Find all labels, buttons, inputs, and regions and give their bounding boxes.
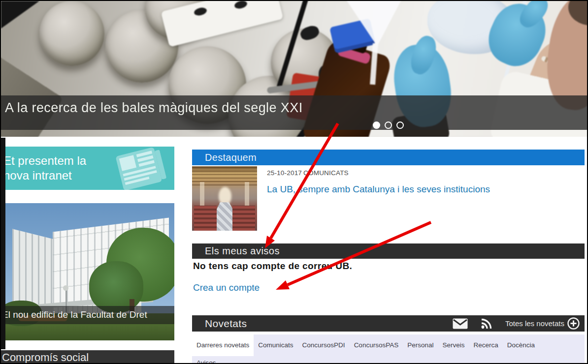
hero-caption: A la recerca de les bales màgiques del s… xyxy=(5,100,303,116)
lamp-top xyxy=(63,285,68,291)
hero-caption-band: A la recerca de les bales màgiques del s… xyxy=(1,95,587,130)
carousel-dot-3[interactable] xyxy=(396,121,404,129)
carousel-dots[interactable] xyxy=(373,121,404,129)
building-caption: El nou edifici de la Facultat de Dret xyxy=(5,309,147,320)
pews-right xyxy=(232,206,255,231)
no-account-message: No tens cap compte de correu UB. xyxy=(193,261,352,272)
intranet-promo-banner[interactable]: Et presentem la nova intranet xyxy=(5,147,174,190)
carousel-dot-2[interactable] xyxy=(385,121,392,129)
heating-block-1 xyxy=(39,1,104,66)
totes-les-novetats-label: Totes les novetats xyxy=(505,319,564,328)
promo-line-1: Et presentem la xyxy=(5,153,86,168)
destaquem-header: Destaquem xyxy=(192,150,585,165)
totes-les-novetats-link[interactable]: Totes les novetats xyxy=(505,317,580,330)
tab-avisos[interactable]: Avisos xyxy=(196,359,216,364)
news-thumbnail[interactable] xyxy=(192,166,257,231)
els-meus-avisos-title: Els meus avisos xyxy=(205,245,280,256)
destaquem-title: Destaquem xyxy=(205,152,257,163)
paranimf-photo xyxy=(192,166,257,231)
tab-recerca[interactable]: Recerca xyxy=(469,334,502,356)
building-image[interactable]: El nou edifici de la Facultat de Dret xyxy=(5,203,174,340)
tree-foliage-2 xyxy=(89,261,143,313)
novetats-header: Novetats Totes les novetats xyxy=(192,315,585,332)
promo-text: Et presentem la nova intranet xyxy=(5,153,86,183)
pews-left xyxy=(194,206,217,231)
crea-un-compte-link[interactable]: Crea un compte xyxy=(193,282,260,293)
left-edge-strip xyxy=(1,138,5,349)
intranet-page: A la recerca de les bales màgiques del s… xyxy=(0,0,588,364)
rss-icon[interactable] xyxy=(481,318,492,330)
els-meus-avisos-header: Els meus avisos xyxy=(192,243,585,259)
tab-personal[interactable]: Personal xyxy=(403,334,438,356)
circle-plus-icon[interactable] xyxy=(567,317,580,330)
compromis-social-header[interactable]: Compromís social xyxy=(1,350,174,364)
news-title-link[interactable]: La UB, sempre amb Catalunya i les seves … xyxy=(267,184,490,195)
hero-carousel[interactable]: A la recerca de les bales màgiques del s… xyxy=(1,1,587,137)
tab-serveis[interactable]: Serveis xyxy=(438,334,469,356)
tab-concursospas[interactable]: ConcursosPAS xyxy=(350,334,403,356)
news-date: 25-10-2017 xyxy=(267,169,302,177)
news-meta: 25-10-2017COMUNICATS xyxy=(267,169,350,177)
compromis-social-label: Compromís social xyxy=(2,351,89,364)
tab-comunicats[interactable]: Comunicats xyxy=(254,334,297,356)
novetats-title: Novetats xyxy=(205,318,247,330)
novetats-tabs: Darreres novetatsComunicatsConcursosPDIC… xyxy=(192,334,585,356)
carousel-dot-1[interactable] xyxy=(373,121,380,129)
news-category: COMUNICATS xyxy=(303,169,349,177)
tab-doc-ncia[interactable]: Docència xyxy=(503,334,539,356)
building-caption-band: El nou edifici de la Facultat de Dret xyxy=(5,306,174,324)
novetats-tabs-area: Darreres novetatsComunicatsConcursosPDIC… xyxy=(192,334,585,364)
tab-concursospdi[interactable]: ConcursosPDI xyxy=(298,334,350,356)
promo-line-2: nova intranet xyxy=(5,168,86,183)
mail-icon[interactable] xyxy=(453,318,468,329)
tab-darreres-novetats[interactable]: Darreres novetats xyxy=(192,334,254,356)
newspaper-icon xyxy=(112,147,172,190)
